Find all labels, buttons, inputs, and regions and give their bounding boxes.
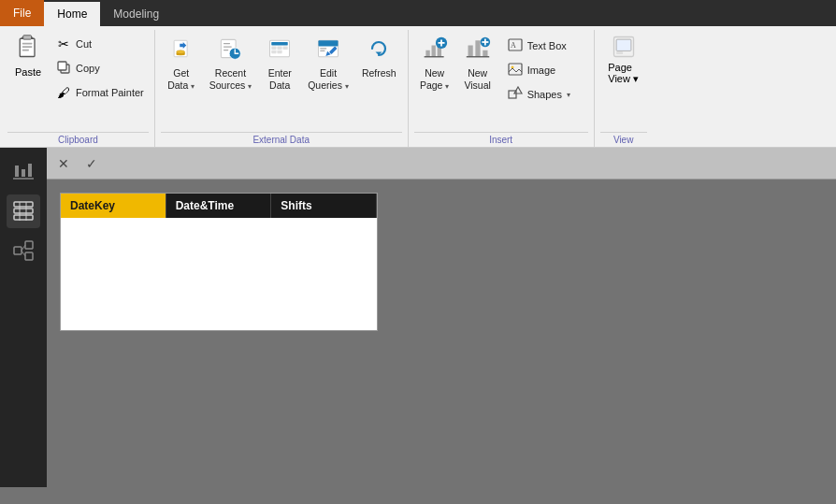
svg-rect-14 xyxy=(223,43,230,44)
data-table-body xyxy=(61,218,377,330)
enter-data-button[interactable]: EnterData xyxy=(259,30,300,110)
view-group-label: View xyxy=(600,132,647,147)
svg-rect-37 xyxy=(468,46,472,57)
page-view-icon xyxy=(611,34,637,62)
svg-rect-63 xyxy=(25,241,33,249)
external-data-items: GetData ▾ RecentSources ▾ xyxy=(161,30,402,132)
svg-rect-25 xyxy=(319,40,339,46)
svg-rect-62 xyxy=(14,247,22,254)
copy-button[interactable]: Copy xyxy=(50,56,149,80)
sidebar-icon-report[interactable] xyxy=(7,155,40,189)
ribbon-group-external-data: GetData ▾ RecentSources ▾ xyxy=(155,30,409,147)
insert-items: NewPage ▾ xyxy=(414,30,588,132)
formula-confirm-button[interactable]: ✓ xyxy=(80,152,103,175)
svg-rect-52 xyxy=(616,51,623,54)
shapes-label: Shapes xyxy=(527,89,562,100)
clipboard-stack: ✂ Cut Copy 🖌 Form xyxy=(50,32,149,105)
svg-rect-29 xyxy=(320,50,324,51)
svg-point-11 xyxy=(177,50,185,54)
column-header-datekey[interactable]: DateKey xyxy=(61,194,166,218)
svg-rect-22 xyxy=(271,50,276,54)
insert-group-label: Insert xyxy=(414,132,588,147)
svg-rect-16 xyxy=(223,50,228,50)
new-visual-button[interactable]: NewVisual xyxy=(457,30,498,110)
text-box-label: Text Box xyxy=(527,40,567,51)
data-area: DateKey Date&Time Shifts xyxy=(47,180,836,487)
column-header-datetime[interactable]: Date&Time xyxy=(166,194,272,218)
paste-button[interactable]: Paste xyxy=(7,30,49,110)
image-button[interactable]: Image xyxy=(502,58,586,82)
recent-sources-icon xyxy=(215,34,245,64)
svg-rect-64 xyxy=(25,252,33,260)
svg-rect-38 xyxy=(475,40,480,57)
new-visual-icon xyxy=(463,34,493,64)
svg-rect-3 xyxy=(22,43,33,45)
svg-rect-53 xyxy=(15,166,19,177)
image-icon xyxy=(508,62,523,79)
svg-rect-18 xyxy=(271,42,288,46)
column-header-shifts[interactable]: Shifts xyxy=(271,194,377,218)
get-data-icon xyxy=(166,34,196,64)
svg-rect-57 xyxy=(14,202,33,207)
ribbon-group-insert: NewPage ▾ xyxy=(409,30,595,147)
refresh-icon xyxy=(364,34,394,64)
svg-rect-5 xyxy=(22,50,29,51)
format-painter-label: Format Painter xyxy=(76,87,144,98)
sidebar-icon-data[interactable] xyxy=(7,194,40,228)
format-painter-icon: 🖌 xyxy=(55,85,72,100)
get-data-button[interactable]: GetData ▾ xyxy=(161,30,202,110)
tab-file[interactable]: File xyxy=(0,0,44,26)
new-page-icon xyxy=(420,34,450,64)
copy-label: Copy xyxy=(76,63,100,74)
insert-stack: A Text Box Image xyxy=(500,30,588,110)
formula-cancel-button[interactable]: ✕ xyxy=(52,152,75,175)
paste-icon xyxy=(15,34,41,66)
image-label: Image xyxy=(527,65,556,76)
ribbon-group-clipboard: Paste ✂ Cut Co xyxy=(2,30,155,147)
get-data-label: GetData ▾ xyxy=(167,67,195,91)
tab-modeling[interactable]: Modeling xyxy=(100,2,172,26)
svg-rect-19 xyxy=(271,46,276,50)
svg-rect-39 xyxy=(483,50,487,57)
clipboard-group-label: Clipboard xyxy=(7,132,149,147)
svg-rect-31 xyxy=(431,46,435,57)
ribbon: Paste ✂ Cut Co xyxy=(0,26,836,148)
svg-rect-58 xyxy=(14,209,33,213)
svg-rect-7 xyxy=(58,62,66,70)
svg-rect-4 xyxy=(22,46,33,48)
format-painter-button[interactable]: 🖌 Format Painter xyxy=(50,80,149,105)
svg-rect-2 xyxy=(23,36,32,39)
external-data-group-label: External Data xyxy=(161,132,402,147)
recent-sources-button[interactable]: RecentSources ▾ xyxy=(204,30,257,110)
page-view-button[interactable]: PageView ▾ xyxy=(600,30,647,110)
formula-bar: ✕ ✓ xyxy=(47,148,836,180)
svg-rect-46 xyxy=(509,64,522,75)
page-view-label: PageView ▾ xyxy=(608,62,639,85)
refresh-button[interactable]: Refresh xyxy=(356,30,402,110)
data-table-header: DateKey Date&Time Shifts xyxy=(61,194,377,218)
text-box-icon: A xyxy=(508,37,523,55)
sidebar-icon-model[interactable] xyxy=(7,234,40,267)
data-table: DateKey Date&Time Shifts xyxy=(60,193,378,331)
svg-rect-21 xyxy=(283,46,288,50)
new-page-button[interactable]: NewPage ▾ xyxy=(414,30,455,110)
recent-sources-label: RecentSources ▾ xyxy=(209,67,252,91)
edit-queries-button[interactable]: EditQueries ▾ xyxy=(302,30,354,110)
enter-data-icon xyxy=(265,34,295,64)
svg-rect-55 xyxy=(28,164,32,177)
shapes-button[interactable]: Shapes ▾ xyxy=(502,82,586,107)
main-content: ✕ ✓ DateKey Date&Time Shifts xyxy=(47,148,836,487)
enter-data-label: EnterData xyxy=(268,67,292,91)
shapes-icon xyxy=(508,86,523,104)
tab-bar: File Home Modeling xyxy=(0,0,836,26)
tab-home[interactable]: Home xyxy=(44,2,100,26)
cut-button[interactable]: ✂ Cut xyxy=(50,32,149,56)
svg-rect-59 xyxy=(14,215,33,220)
ribbon-groups: Paste ✂ Cut Co xyxy=(0,26,836,147)
svg-rect-30 xyxy=(425,50,429,57)
svg-rect-28 xyxy=(320,48,326,49)
new-visual-label: NewVisual xyxy=(464,67,490,91)
clipboard-items: Paste ✂ Cut Co xyxy=(7,30,149,132)
view-items: PageView ▾ xyxy=(600,30,647,132)
text-box-button[interactable]: A Text Box xyxy=(502,34,586,58)
